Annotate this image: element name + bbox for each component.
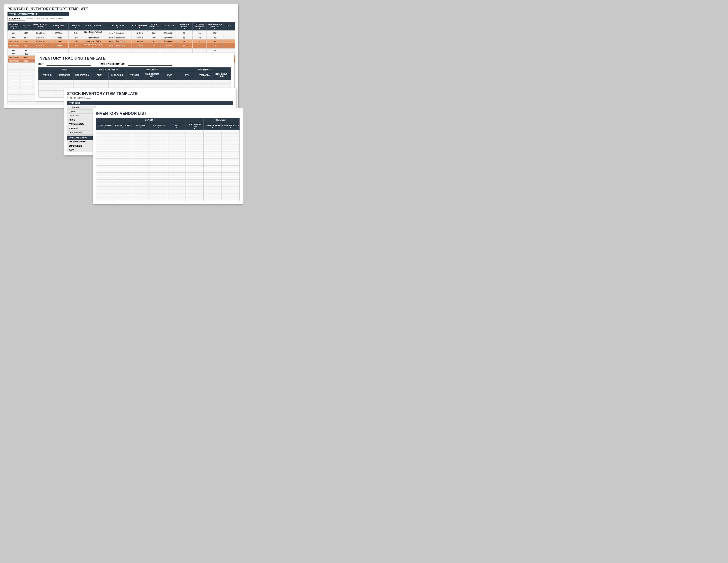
vendor-empty-cell xyxy=(221,197,239,201)
empty-cell xyxy=(8,77,20,80)
vcol-web-link: WEB LINK▼ xyxy=(132,122,150,130)
vendor-empty-cell xyxy=(168,148,186,151)
col-cost: COST PER ITEM▼ xyxy=(131,23,148,30)
vendor-empty-cell xyxy=(204,162,221,165)
vendor-empty-cell xyxy=(186,187,203,190)
cell-status: REORDER xyxy=(8,59,20,63)
vendor-empty-cell xyxy=(204,180,221,183)
vendor-empty-cell xyxy=(132,190,150,194)
cell-reorder-qty: 100 xyxy=(207,49,223,52)
cell-date xyxy=(32,49,48,52)
tcol-item-name: ITEM NAME▼ xyxy=(56,72,73,80)
cell-desc xyxy=(103,49,131,52)
empty-cell xyxy=(20,91,32,94)
tcol-description: DESCRIPTION▼ xyxy=(73,72,91,80)
cell-total: $2,000.00 xyxy=(160,30,176,36)
vendor-empty-cell xyxy=(150,180,168,183)
cell-desc: Item A description xyxy=(103,30,131,36)
total-note: *Based upon TOTAL VALUE fields, below. xyxy=(27,17,64,20)
vendor-empty-cell xyxy=(168,165,186,169)
section-item-info: ITEM INFO xyxy=(67,101,233,105)
cell-reorder-level: 50 xyxy=(176,39,192,43)
vendor-empty-cell xyxy=(204,190,221,194)
cell-item-extra xyxy=(223,43,235,49)
vendor-empty-cell xyxy=(204,183,221,187)
col-reorder-level: REORDER LEVEL▼ xyxy=(176,23,192,30)
total-inventory-label: TOTAL INVENTORY VALUE xyxy=(8,12,69,16)
vendor-empty-cell xyxy=(132,148,150,151)
vendor-empty-cell xyxy=(132,155,150,158)
empty-cell xyxy=(20,66,32,70)
cell-item-extra xyxy=(223,39,235,43)
field-label: MATERIAL xyxy=(67,126,96,130)
empty-cell xyxy=(20,102,32,105)
vendor-empty-cell xyxy=(132,130,150,134)
cell-status: REORDER xyxy=(8,39,20,43)
vendor-empty-cell xyxy=(204,134,221,137)
col-item: ITEM▼ xyxy=(223,23,235,30)
vendor-empty-cell xyxy=(204,165,221,169)
vendor-empty-cell xyxy=(168,144,186,148)
vendor-empty-cell xyxy=(114,130,132,134)
empty-cell xyxy=(8,73,20,77)
vendor-empty-cell xyxy=(168,180,186,183)
cell-location xyxy=(83,49,103,52)
empty-cell xyxy=(8,70,20,73)
tcol-vendor-item-no: VENDOR ITEM NO.▼ xyxy=(143,72,161,80)
vcol-vendor-name: VENDOR NAME▼ xyxy=(96,122,114,130)
cell-item-extra xyxy=(223,36,235,39)
cell-location: Outdoor Pallet xyxy=(83,36,103,39)
group-stock-location: STOCK LOCATION xyxy=(91,68,126,72)
vendor-empty-cell xyxy=(150,134,168,137)
vendor-empty-cell xyxy=(114,190,132,194)
cell-qty: 100 xyxy=(148,36,160,39)
vendor-empty-cell xyxy=(186,130,203,134)
field-label: DESCRIPTION xyxy=(67,130,96,134)
field-label: EMPLOYEE NAME xyxy=(67,140,96,144)
cell-total: $250.00 xyxy=(160,43,176,49)
vendor-empty-cell xyxy=(204,137,221,141)
vendor-empty-cell xyxy=(221,155,239,158)
cell-reorder-qty: 20 xyxy=(207,36,223,39)
vendor-empty-cell xyxy=(114,155,132,158)
vendor-empty-cell xyxy=(221,187,239,190)
vendor-empty-cell xyxy=(96,134,114,137)
vendor-table: VENDOR CONTACT VENDOR NAME▼ PRODUCT NAME… xyxy=(96,118,240,201)
group-item: ITEM xyxy=(39,68,91,72)
date-label: DATE xyxy=(67,148,96,152)
vendor-empty-cell xyxy=(221,180,239,183)
vendor-empty-cell xyxy=(204,148,221,151)
company-name: YOUR COMPANY NAME xyxy=(67,97,233,99)
empty-cell xyxy=(8,102,20,105)
vendor-empty-cell xyxy=(186,169,203,173)
cell-date: 5/20/2016 xyxy=(32,30,48,36)
vendor-empty-cell xyxy=(204,194,221,197)
vendor-empty-cell xyxy=(132,169,150,173)
cell-reorder-level: 50 xyxy=(176,36,192,39)
empty-cell xyxy=(8,91,20,94)
cell-days: 14 xyxy=(192,43,206,49)
vendor-empty-cell xyxy=(221,158,239,162)
vendor-empty-cell xyxy=(168,134,186,137)
vendor-empty-cell xyxy=(150,194,168,197)
vendor-empty-cell xyxy=(132,158,150,162)
tcol-item-shelf-bin: ITEM SHELF / BIN▼ xyxy=(213,72,231,80)
vendor-list-sheet: INVENTORY VENDOR LIST VENDOR CONTACT VEN… xyxy=(93,108,243,204)
cell-reorder-level xyxy=(176,49,192,52)
field-label: PRICE xyxy=(67,118,96,122)
field-label: EMPLOYEE ID xyxy=(67,144,96,148)
cell-cost: $10.00 xyxy=(131,30,148,36)
vendor-empty-cell xyxy=(168,155,186,158)
vendor-empty-cell xyxy=(186,183,203,187)
group-purchase: PURCHASE xyxy=(126,68,178,72)
vendor-empty-cell xyxy=(132,187,150,190)
vcol-lead-time: LEAD TIME IN DAYS▼ xyxy=(186,122,203,130)
vendor-empty-cell xyxy=(132,134,150,137)
tcol-qty: QTY▼ xyxy=(178,72,196,80)
cell-cost: $30.00 xyxy=(131,39,148,43)
vendor-empty-cell xyxy=(221,134,239,137)
cell-qty xyxy=(148,49,160,52)
vendor-empty-cell xyxy=(168,173,186,176)
vendor-empty-cell xyxy=(132,197,150,201)
col-item-reorder-qty: ITEM REORDER QUANTITY▼ xyxy=(207,23,223,30)
